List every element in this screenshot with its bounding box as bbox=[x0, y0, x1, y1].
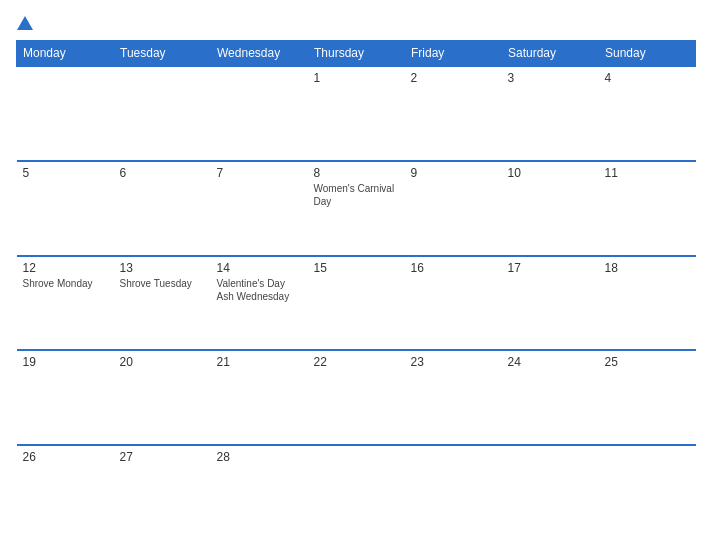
col-header-monday: Monday bbox=[17, 41, 114, 67]
day-number: 5 bbox=[23, 166, 108, 180]
day-cell: 28 bbox=[211, 445, 308, 540]
day-number: 9 bbox=[411, 166, 496, 180]
col-header-friday: Friday bbox=[405, 41, 502, 67]
week-row-4: 19202122232425 bbox=[17, 350, 696, 445]
day-cell: 18 bbox=[599, 256, 696, 351]
day-number: 25 bbox=[605, 355, 690, 369]
day-cell: 22 bbox=[308, 350, 405, 445]
calendar-table: MondayTuesdayWednesdayThursdayFridaySatu… bbox=[16, 40, 696, 540]
day-cell: 12Shrove Monday bbox=[17, 256, 114, 351]
day-cell bbox=[405, 445, 502, 540]
day-cell: 13Shrove Tuesday bbox=[114, 256, 211, 351]
day-cell: 6 bbox=[114, 161, 211, 256]
holiday-label: Ash Wednesday bbox=[217, 290, 302, 303]
day-cell: 9 bbox=[405, 161, 502, 256]
header bbox=[16, 16, 696, 32]
day-cell bbox=[308, 445, 405, 540]
day-cell: 5 bbox=[17, 161, 114, 256]
day-cell bbox=[211, 66, 308, 161]
day-cell: 25 bbox=[599, 350, 696, 445]
day-number: 12 bbox=[23, 261, 108, 275]
day-number: 15 bbox=[314, 261, 399, 275]
logo-triangle-icon bbox=[17, 16, 33, 30]
day-cell bbox=[114, 66, 211, 161]
col-header-saturday: Saturday bbox=[502, 41, 599, 67]
day-cell: 27 bbox=[114, 445, 211, 540]
day-cell: 10 bbox=[502, 161, 599, 256]
col-header-sunday: Sunday bbox=[599, 41, 696, 67]
day-number: 19 bbox=[23, 355, 108, 369]
day-cell: 21 bbox=[211, 350, 308, 445]
calendar-page: MondayTuesdayWednesdayThursdayFridaySatu… bbox=[0, 0, 712, 550]
day-cell: 23 bbox=[405, 350, 502, 445]
logo bbox=[16, 16, 33, 32]
day-number: 28 bbox=[217, 450, 302, 464]
col-header-thursday: Thursday bbox=[308, 41, 405, 67]
day-number: 18 bbox=[605, 261, 690, 275]
day-number: 22 bbox=[314, 355, 399, 369]
header-row: MondayTuesdayWednesdayThursdayFridaySatu… bbox=[17, 41, 696, 67]
day-number: 27 bbox=[120, 450, 205, 464]
day-cell: 16 bbox=[405, 256, 502, 351]
day-number: 7 bbox=[217, 166, 302, 180]
day-cell: 24 bbox=[502, 350, 599, 445]
day-number: 4 bbox=[605, 71, 690, 85]
day-cell bbox=[502, 445, 599, 540]
day-cell: 1 bbox=[308, 66, 405, 161]
logo-line1 bbox=[16, 16, 33, 32]
day-cell bbox=[599, 445, 696, 540]
day-cell: 8Women's Carnival Day bbox=[308, 161, 405, 256]
day-cell: 4 bbox=[599, 66, 696, 161]
logo-block bbox=[16, 16, 33, 32]
day-number: 3 bbox=[508, 71, 593, 85]
day-cell: 11 bbox=[599, 161, 696, 256]
day-cell: 26 bbox=[17, 445, 114, 540]
day-number: 20 bbox=[120, 355, 205, 369]
day-number: 14 bbox=[217, 261, 302, 275]
day-number: 26 bbox=[23, 450, 108, 464]
week-row-3: 12Shrove Monday13Shrove Tuesday14Valenti… bbox=[17, 256, 696, 351]
day-number: 24 bbox=[508, 355, 593, 369]
day-number: 1 bbox=[314, 71, 399, 85]
day-cell: 14Valentine's DayAsh Wednesday bbox=[211, 256, 308, 351]
day-number: 11 bbox=[605, 166, 690, 180]
day-number: 8 bbox=[314, 166, 399, 180]
day-number: 13 bbox=[120, 261, 205, 275]
holiday-label: Shrove Tuesday bbox=[120, 277, 205, 290]
day-number: 6 bbox=[120, 166, 205, 180]
holiday-label: Valentine's Day bbox=[217, 277, 302, 290]
week-row-2: 5678Women's Carnival Day91011 bbox=[17, 161, 696, 256]
day-cell bbox=[17, 66, 114, 161]
day-number: 21 bbox=[217, 355, 302, 369]
day-number: 2 bbox=[411, 71, 496, 85]
day-cell: 17 bbox=[502, 256, 599, 351]
day-cell: 7 bbox=[211, 161, 308, 256]
week-row-1: 1234 bbox=[17, 66, 696, 161]
col-header-tuesday: Tuesday bbox=[114, 41, 211, 67]
day-cell: 19 bbox=[17, 350, 114, 445]
day-cell: 15 bbox=[308, 256, 405, 351]
day-number: 16 bbox=[411, 261, 496, 275]
col-header-wednesday: Wednesday bbox=[211, 41, 308, 67]
holiday-label: Shrove Monday bbox=[23, 277, 108, 290]
day-cell: 2 bbox=[405, 66, 502, 161]
holiday-label: Women's Carnival Day bbox=[314, 182, 399, 208]
week-row-5: 262728 bbox=[17, 445, 696, 540]
day-number: 17 bbox=[508, 261, 593, 275]
day-number: 23 bbox=[411, 355, 496, 369]
day-cell: 3 bbox=[502, 66, 599, 161]
day-cell: 20 bbox=[114, 350, 211, 445]
day-number: 10 bbox=[508, 166, 593, 180]
